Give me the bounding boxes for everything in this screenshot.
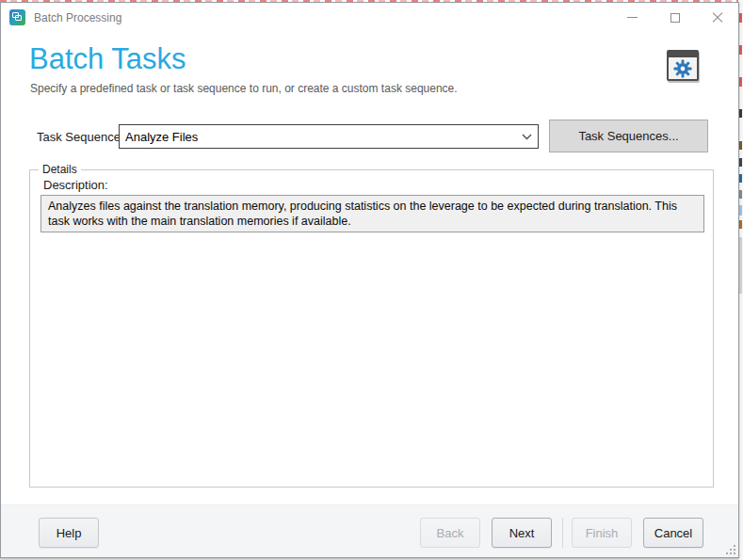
task-sequence-label: Task Sequence: xyxy=(37,130,124,144)
description-label: Description: xyxy=(43,178,108,192)
finish-button[interactable]: Finish xyxy=(572,518,632,548)
page-subtitle: Specify a predefined task or task sequen… xyxy=(30,82,458,95)
back-button[interactable]: Back xyxy=(420,518,480,548)
resize-grip[interactable] xyxy=(724,543,735,554)
background-fragment xyxy=(739,158,742,167)
titlebar[interactable]: Batch Processing xyxy=(1,3,738,32)
task-sequence-combobox[interactable]: Analyze Files xyxy=(119,124,539,149)
batch-processing-dialog: Batch Processing Batch Tasks Specify a p… xyxy=(0,2,739,558)
details-group-label: Details xyxy=(39,163,81,176)
background-fragment xyxy=(739,45,742,55)
background-fragment xyxy=(739,174,742,183)
next-button[interactable]: Next xyxy=(492,518,552,548)
background-fragment xyxy=(739,13,742,23)
background-fragment xyxy=(739,77,742,87)
window-glyph-titlebar xyxy=(669,52,697,57)
footer-bar: Help Back Next Finish Cancel xyxy=(1,504,738,557)
description-readonly-field: Analyzes files against the translation m… xyxy=(40,195,704,232)
batch-settings-button[interactable] xyxy=(667,50,699,81)
help-button[interactable]: Help xyxy=(39,518,99,548)
background-fragment xyxy=(739,205,742,216)
page-title: Batch Tasks xyxy=(29,42,186,76)
background-fragment xyxy=(739,237,742,294)
background-fragment xyxy=(739,141,742,150)
footer-separator xyxy=(562,518,563,548)
background-fragment xyxy=(739,109,742,118)
cancel-button[interactable]: Cancel xyxy=(643,518,703,548)
details-groupbox: Details Description: Analyzes files agai… xyxy=(29,169,714,488)
gear-icon xyxy=(673,59,692,78)
trados-app-icon xyxy=(9,9,25,25)
window-title: Batch Processing xyxy=(34,11,121,24)
close-icon xyxy=(712,12,723,24)
task-sequences-button[interactable]: Task Sequences... xyxy=(549,120,708,152)
minimize-icon xyxy=(627,17,638,18)
close-button[interactable] xyxy=(696,3,738,32)
window-controls xyxy=(611,3,738,32)
maximize-button[interactable] xyxy=(654,3,696,32)
maximize-icon xyxy=(670,13,680,23)
task-sequence-value: Analyze Files xyxy=(120,130,515,144)
minimize-button[interactable] xyxy=(611,3,654,32)
background-fragment xyxy=(739,220,742,229)
background-fragment xyxy=(739,190,742,199)
chevron-down-icon xyxy=(515,134,538,140)
